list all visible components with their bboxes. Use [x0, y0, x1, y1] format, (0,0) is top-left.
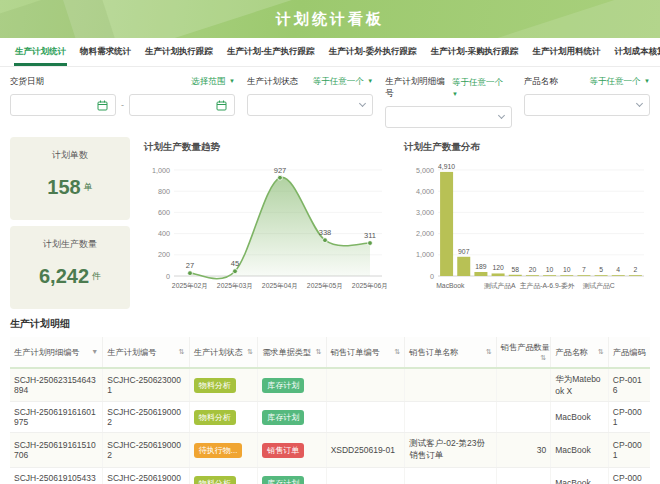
status-badge: 物料分析	[194, 378, 236, 393]
svg-text:45: 45	[231, 259, 239, 268]
status-badge: 待执行物...	[194, 443, 243, 458]
column-header[interactable]: 生产计划明细编号▼	[10, 337, 103, 368]
page-title: 计划统计看板	[0, 0, 660, 38]
table-row: SCJH-250619161601975SCJHC-2506190002物料分析…	[10, 402, 650, 433]
sort-icon[interactable]: ⇅	[179, 348, 185, 356]
table-header-row: 生产计划明细编号▼生产计划编号⇅生产计划状态⇅需求单据类型⇅销售订单编号⇅销售订…	[10, 337, 650, 368]
cell-product-code: CP-0001	[608, 433, 650, 468]
column-label: 产品名称	[555, 348, 588, 357]
filter-select-plan-status[interactable]	[247, 94, 373, 116]
column-header[interactable]: 销售产品数量⇅	[496, 337, 550, 368]
svg-text:1,000: 1,000	[416, 250, 434, 259]
bar	[560, 275, 573, 276]
sort-icon[interactable]: ⇅	[540, 354, 546, 362]
svg-text:测试产品A: 测试产品A	[484, 282, 516, 290]
chevron-down-icon	[498, 112, 505, 119]
cell-sales-qty: 30	[496, 433, 550, 468]
svg-text:5,000: 5,000	[416, 166, 434, 175]
dropdown-triangle-icon: ▼	[452, 91, 458, 97]
svg-text:0: 0	[430, 272, 434, 281]
filter-delivery-date: 交货日期选择范围 ▼-	[10, 76, 235, 128]
tab-4[interactable]: 生产计划-生产执行跟踪	[220, 38, 322, 66]
sort-icon[interactable]: ⇅	[486, 348, 492, 356]
svg-text:120: 120	[492, 264, 504, 271]
filter-label: 产品名称	[524, 76, 558, 88]
stat-unit: 单	[84, 181, 93, 194]
date-range-separator: -	[121, 100, 124, 110]
column-header[interactable]: 需求单据类型⇅	[258, 337, 326, 368]
column-header[interactable]: 销售订单编号⇅	[326, 337, 405, 368]
cell-doc-type: 库存计划	[258, 368, 326, 402]
column-label: 销售订单编号	[331, 348, 380, 357]
line-chart: 02004006008001,000272025年02月452025年03月92…	[140, 156, 390, 306]
bar	[492, 273, 505, 276]
filter-plan-detail-no: 生产计划明细编号等于任意一个 ▼	[385, 76, 511, 128]
svg-text:338: 338	[319, 228, 332, 237]
svg-text:1,000: 1,000	[152, 166, 170, 175]
svg-text:189: 189	[475, 263, 487, 270]
filter-operator-button[interactable]: 等于任意一个 ▼	[589, 76, 650, 88]
cell-sales-order-no: XSDD250619-01	[326, 433, 405, 468]
sort-icon[interactable]: ⇅	[316, 348, 322, 356]
cell-product-code: CP-0001	[608, 402, 650, 433]
stat-label: 计划单数	[52, 149, 88, 162]
filter-operator-button[interactable]: 等于任意一个 ▼	[313, 76, 374, 88]
cell-sales-order-name	[405, 402, 497, 433]
stat-label: 计划生产数量	[43, 238, 97, 251]
sort-icon[interactable]: ⇅	[247, 348, 253, 356]
data-point	[368, 241, 373, 246]
date-to-input[interactable]	[129, 94, 235, 116]
column-header[interactable]: 产品编码	[608, 337, 650, 368]
bar-chart: 01,0002,0003,0004,0005,0004,910907189120…	[400, 156, 650, 306]
svg-text:4,000: 4,000	[416, 187, 434, 196]
line-chart-container: 02004006008001,000272025年02月452025年03月92…	[140, 156, 390, 306]
date-from-input[interactable]	[10, 94, 116, 116]
column-header[interactable]: 产品名称⇅	[551, 337, 609, 368]
tab-7[interactable]: 生产计划用料统计	[526, 38, 608, 66]
filter-select-plan-detail-no[interactable]	[385, 106, 511, 128]
cell-doc-type: 库存计划	[258, 468, 326, 484]
bar-chart-title: 计划生产数量分布	[400, 137, 650, 156]
column-header[interactable]: 生产计划状态⇅	[189, 337, 257, 368]
sort-icon[interactable]: ▼	[91, 348, 98, 355]
doc-type-badge: 库存计划	[262, 476, 304, 484]
stat-unit: 件	[92, 270, 101, 283]
sort-icon[interactable]: ⇅	[598, 348, 604, 356]
table-row: SCJH-250619161510706SCJHC-2506190002待执行物…	[10, 433, 650, 468]
bar	[509, 275, 522, 276]
doc-type-badge: 库存计划	[262, 410, 304, 425]
column-header[interactable]: 生产计划编号⇅	[103, 337, 189, 368]
cell-plan-status: 待执行物...	[189, 433, 257, 468]
filter-operator-button[interactable]: 选择范围 ▼	[191, 76, 235, 88]
status-badge: 物料分析	[194, 476, 236, 484]
tab-8[interactable]: 计划成本核算	[608, 38, 660, 66]
stat-card-1: 计划单数158单	[10, 137, 130, 220]
filter-product-name: 产品名称等于任意一个 ▼	[524, 76, 650, 128]
bar-chart-container: 01,0002,0003,0004,0005,0004,910907189120…	[400, 156, 650, 306]
sort-icon[interactable]: ⇅	[394, 348, 400, 356]
chevron-down-icon	[359, 100, 366, 107]
filter-operator-button[interactable]: 等于任意一个 ▼	[452, 77, 512, 99]
tab-1[interactable]: 生产计划统计	[8, 38, 73, 66]
bar	[629, 275, 642, 276]
svg-text:27: 27	[186, 261, 194, 270]
svg-text:600: 600	[158, 208, 170, 217]
column-label: 生产计划明细编号	[14, 348, 80, 357]
tab-3[interactable]: 生产计划执行跟踪	[138, 38, 220, 66]
svg-text:2025年06月: 2025年06月	[352, 282, 388, 290]
dropdown-triangle-icon: ▼	[642, 78, 650, 84]
cell-plan-no: SCJHC-2506190002	[103, 402, 189, 433]
tab-6[interactable]: 生产计划-采购执行跟踪	[424, 38, 526, 66]
svg-text:2,000: 2,000	[416, 229, 434, 238]
column-header[interactable]: 销售订单名称⇅	[405, 337, 497, 368]
detail-table-section: 生产计划明细 生产计划明细编号▼生产计划编号⇅生产计划状态⇅需求单据类型⇅销售订…	[0, 317, 660, 484]
tab-2[interactable]: 物料需求统计	[73, 38, 138, 66]
tab-5[interactable]: 生产计划-委外执行跟踪	[322, 38, 424, 66]
svg-text:MacBook: MacBook	[436, 282, 465, 289]
cell-sales-qty	[496, 468, 550, 484]
svg-text:2: 2	[634, 266, 638, 273]
filter-select-product-name[interactable]	[524, 94, 650, 116]
svg-text:58: 58	[511, 266, 519, 273]
cell-sales-order-name: 测试客户-02-第23份销售订单	[405, 433, 497, 468]
cell-plan-detail-no: SCJH-250623154643894	[10, 368, 103, 402]
